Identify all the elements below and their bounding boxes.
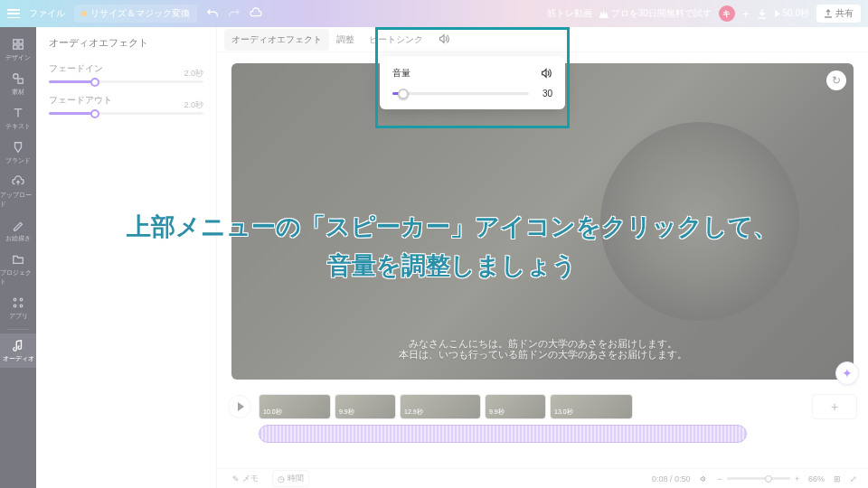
tab-adjust[interactable]: 調整 xyxy=(329,29,362,51)
crown-icon xyxy=(599,9,609,18)
sidebar-item-draw[interactable]: お絵描き xyxy=(0,213,36,248)
sidebar-item-brand[interactable]: ブランド xyxy=(0,136,36,170)
tab-effects[interactable]: オーディオエフェクト xyxy=(224,29,329,51)
speaker-icon xyxy=(438,33,450,45)
svg-rect-3 xyxy=(19,45,23,49)
zoom-value: 66% xyxy=(808,474,825,483)
time-tab-button[interactable]: ◷ 時間 xyxy=(272,470,309,487)
play-icon xyxy=(238,402,244,411)
fadeout-label: フェードアウト xyxy=(49,94,203,107)
expand-icon[interactable]: ⤢ xyxy=(850,474,857,483)
timeline: 10.0秒9.9秒12.9秒9.9秒13.0秒 + xyxy=(217,389,868,470)
fadein-slider[interactable]: 2.0秒 xyxy=(49,80,203,83)
redo-icon[interactable] xyxy=(228,7,241,20)
svg-point-4 xyxy=(14,74,18,79)
grid-icon[interactable]: ⊞ xyxy=(834,474,841,483)
panel-title: オーディオエフェクト xyxy=(49,36,203,50)
svg-point-8 xyxy=(14,305,16,307)
sidebar-item-upload[interactable]: アップロード xyxy=(0,170,36,213)
cloud-icon[interactable] xyxy=(250,7,262,20)
resize-button[interactable]: リサイズ＆マジック変換 xyxy=(74,5,197,23)
trial-button[interactable]: プロを30日間無料で試す xyxy=(599,7,712,20)
add-clip-button[interactable]: + xyxy=(812,394,857,419)
video-clip[interactable]: 13.0秒 xyxy=(550,394,633,419)
menu-icon[interactable] xyxy=(7,9,20,18)
share-button[interactable]: 共有 xyxy=(816,5,861,23)
canvas-tabs: オーディオエフェクト 調整 ビートシンク xyxy=(217,27,868,52)
play-duration[interactable]: 50.0秒 xyxy=(775,7,809,20)
playback-time: 0:08 / 0:50 xyxy=(652,474,691,483)
svg-rect-1 xyxy=(19,40,23,43)
fab-add[interactable]: ✦ xyxy=(835,361,859,385)
undo-icon[interactable] xyxy=(206,7,219,20)
video-clip[interactable]: 9.9秒 xyxy=(335,394,396,419)
sidebar-item-text[interactable]: テキスト xyxy=(0,101,36,136)
fadein-row: フェードイン 2.0秒 xyxy=(49,62,203,83)
top-bar: ファイル リサイズ＆マジック変換 筋トレ動画 プロを30日間無料で試す キ + … xyxy=(0,0,868,27)
play-icon xyxy=(775,10,780,17)
volume-slider[interactable] xyxy=(392,92,529,95)
project-title[interactable]: 筋トレ動画 xyxy=(547,7,592,20)
sidebar-item-design[interactable]: デザイン xyxy=(0,33,36,67)
memo-button[interactable]: ✎ メモ xyxy=(228,471,263,486)
sidebar-item-audio[interactable]: オーディオ xyxy=(0,333,36,368)
sidebar-item-apps[interactable]: アプリ xyxy=(0,291,36,325)
sidebar-item-project[interactable]: プロジェクト xyxy=(0,248,36,291)
fadeout-row: フェードアウト 2.0秒 xyxy=(49,94,203,115)
svg-rect-2 xyxy=(14,45,17,49)
volume-label: 音量 xyxy=(392,67,410,80)
effects-panel: オーディオエフェクト フェードイン 2.0秒 フェードアウト 2.0秒 xyxy=(36,27,217,488)
svg-point-7 xyxy=(20,298,23,301)
sidebar: デザイン 素材 テキスト ブランド アップロード お絵描き プロジェクト アプリ… xyxy=(0,27,36,488)
fadein-label: フェードイン xyxy=(49,62,203,75)
refresh-icon[interactable]: ↻ xyxy=(826,70,846,90)
svg-point-9 xyxy=(20,305,23,307)
svg-rect-5 xyxy=(18,79,23,83)
clips-track[interactable]: 10.0秒9.9秒12.9秒9.9秒13.0秒 xyxy=(259,394,805,419)
fadeout-slider[interactable]: 2.0秒 xyxy=(49,112,203,115)
zoom-control[interactable]: − + xyxy=(717,474,799,483)
video-clip[interactable]: 12.9秒 xyxy=(400,394,481,419)
svg-point-6 xyxy=(14,298,16,301)
speaker-icon[interactable] xyxy=(540,67,552,80)
volume-popover: 音量 30 xyxy=(380,56,565,109)
volume-value: 30 xyxy=(536,89,552,99)
video-clip[interactable]: 9.9秒 xyxy=(485,394,546,419)
video-preview[interactable]: ↻ みなさんこんにちは。筋ドンの大学のあさをお届けします。 本日は、いつも行って… xyxy=(231,63,854,380)
mute-icon[interactable] xyxy=(699,474,708,483)
sidebar-item-elements[interactable]: 素材 xyxy=(0,67,36,101)
svg-rect-0 xyxy=(14,40,17,43)
video-clip[interactable]: 10.0秒 xyxy=(259,394,331,419)
upload-icon xyxy=(824,9,833,18)
timeline-play-button[interactable] xyxy=(228,395,251,418)
add-user-icon[interactable]: + xyxy=(742,7,750,21)
avatar[interactable]: キ xyxy=(719,5,735,22)
tab-volume[interactable] xyxy=(430,28,458,52)
file-menu[interactable]: ファイル xyxy=(29,7,65,20)
audio-track[interactable] xyxy=(259,425,747,443)
caption-2: 本日は、いつも行っている筋ドンの大学のあさをお届けします。 xyxy=(399,348,687,361)
download-icon[interactable] xyxy=(757,8,768,19)
tab-beatsync[interactable]: ビートシンク xyxy=(362,29,430,51)
bottom-bar: ✎ メモ ◷ 時間 0:08 / 0:50 − + 66% ⊞ ⤢ xyxy=(217,468,868,488)
